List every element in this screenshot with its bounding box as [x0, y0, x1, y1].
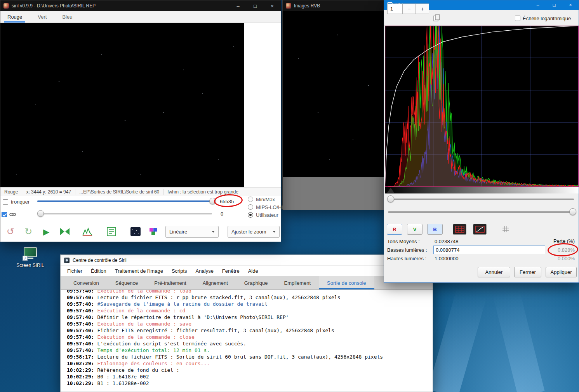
- radio-utilisateur[interactable]: Utilisateur: [248, 212, 278, 218]
- status-channel: Rouge: [0, 189, 22, 195]
- gradient-scale-bar: [385, 187, 579, 193]
- tab-sortie-console[interactable]: Sortie de console: [319, 276, 374, 289]
- starfield: [283, 11, 283, 12]
- blue-channel-button[interactable]: B: [427, 224, 443, 235]
- redo-button[interactable]: ↻: [21, 224, 35, 239]
- display-mode-select[interactable]: Linéaire: [165, 226, 219, 238]
- minimize-button[interactable]: –: [530, 0, 546, 10]
- highlights-slider[interactable]: [384, 207, 579, 217]
- green-channel-button[interactable]: V: [407, 224, 423, 235]
- image-canvas[interactable]: [0, 23, 244, 187]
- rvb-image-area[interactable]: [283, 11, 385, 177]
- radio-minmax[interactable]: Min/Max: [248, 196, 275, 202]
- tab-rouge[interactable]: Rouge: [4, 11, 25, 23]
- tab-sequence[interactable]: Séquence: [107, 276, 146, 289]
- layers-icon: [433, 14, 441, 22]
- shadows-slider[interactable]: [384, 195, 579, 204]
- radio-icon[interactable]: [248, 212, 253, 218]
- console-line: 09:57:40:Exécution de la commande : cd: [67, 307, 429, 314]
- console-line: 09:57:40:Définir le répertoire de travai…: [67, 314, 429, 321]
- undo-button[interactable]: ↺: [3, 224, 17, 239]
- menu-edition[interactable]: Édition: [87, 267, 111, 275]
- grid-display-toggle[interactable]: [502, 226, 509, 234]
- close-dialog-button[interactable]: Fermer: [514, 267, 541, 277]
- window-controls: – □ ×: [530, 0, 579, 10]
- mirror-button[interactable]: [57, 224, 73, 239]
- rgb-icon: [149, 228, 158, 235]
- fit-zoom-label: Ajuster le zoom: [231, 229, 266, 235]
- histogram-icon: [82, 227, 93, 236]
- spin-plus-button[interactable]: +: [416, 3, 429, 14]
- maximize-button[interactable]: □: [546, 0, 562, 10]
- console-line: 10:02:29:B1 : 1.61288e-002: [67, 380, 429, 387]
- high-cutoff-slider[interactable]: [37, 197, 216, 205]
- star-detection-button[interactable]: [129, 224, 143, 239]
- image-display-row: [0, 23, 281, 187]
- chain-icon: [9, 212, 16, 219]
- gradient-marker-icon[interactable]: [387, 188, 394, 193]
- log-scale-checkbox[interactable]: [515, 16, 520, 21]
- grid-view-button[interactable]: [453, 224, 466, 235]
- apply-button[interactable]: Appliquer: [546, 267, 577, 277]
- curve-icon: [475, 226, 485, 233]
- curve-display-button[interactable]: [473, 224, 487, 235]
- layer-spin-input[interactable]: 1: [387, 3, 403, 14]
- minimize-button[interactable]: –: [230, 0, 247, 11]
- stats-panel-icon: [106, 226, 116, 237]
- tab-graphique[interactable]: Graphique: [236, 276, 276, 289]
- low-cutoff-slider[interactable]: [37, 210, 212, 218]
- shadows-input[interactable]: 0.0080774: [433, 246, 545, 254]
- tab-bleu[interactable]: Bleu: [59, 11, 75, 23]
- menu-scripts[interactable]: Scripts: [167, 267, 191, 275]
- tab-conversion[interactable]: Conversion: [65, 276, 107, 289]
- tab-alignement[interactable]: Alignement: [195, 276, 236, 289]
- truncate-checkbox[interactable]: [3, 199, 8, 205]
- cancel-button[interactable]: Annuler: [478, 267, 510, 277]
- spin-minus-button[interactable]: −: [402, 3, 416, 14]
- menu-analyse[interactable]: Analyse: [191, 267, 218, 275]
- radio-icon[interactable]: [248, 204, 253, 210]
- channel-stack-button[interactable]: [433, 14, 441, 23]
- console-line: 10:02:29:Étalonnage des couleurs : en co…: [67, 360, 429, 367]
- console-output[interactable]: 09:57:40:Exécution de la commande : load…: [61, 290, 433, 392]
- shadows-input-value: 0.0080774: [436, 247, 459, 253]
- menu-fichier[interactable]: Fichier: [63, 267, 87, 275]
- siril-titlebar[interactable]: siril v0.9.9 - D:\Univers Photo\SIRIL RE…: [0, 0, 281, 11]
- tab-pretraitement[interactable]: Pré-traitement: [146, 276, 194, 289]
- shadows-slider-handle[interactable]: [387, 195, 394, 202]
- control-tabbar: Conversion Séquence Pré-traitement Align…: [61, 276, 433, 290]
- console-line: 09:57:40:Exécution de la commande : save: [67, 321, 429, 327]
- high-slider-handle[interactable]: [209, 198, 216, 204]
- rvb-titlebar[interactable]: Images RVB: [283, 0, 385, 11]
- desktop-shortcut-screen-siril[interactable]: ↗ Screen SIRIL: [15, 247, 46, 268]
- display-mode-value: Linéaire: [169, 229, 187, 235]
- radio-icon[interactable]: [248, 197, 253, 202]
- statistics-button[interactable]: [104, 224, 119, 239]
- red-channel-button[interactable]: R: [387, 224, 402, 235]
- low-cutoff-value: 0: [221, 211, 223, 217]
- low-slider-handle[interactable]: [37, 210, 44, 217]
- maximize-button[interactable]: □: [247, 0, 264, 11]
- midtones-label: Tons Moyens :: [387, 239, 420, 244]
- shortcut-arrow-icon: ↗: [23, 256, 28, 261]
- menu-aide[interactable]: Aide: [244, 267, 263, 275]
- console-line: 09:57:40:Fichier FITS enregistré : fichi…: [67, 327, 429, 334]
- highlights-slider-handle[interactable]: [569, 208, 576, 215]
- menu-fenetre[interactable]: Fenêtre: [218, 267, 244, 275]
- histogram-transform-button[interactable]: [80, 224, 95, 239]
- text-cursor: [460, 247, 460, 253]
- fit-zoom-button[interactable]: Ajuster le zoom: [228, 226, 280, 238]
- status-fwhm: fwhm : la sélection est trop grande: [163, 189, 242, 195]
- tab-empilement[interactable]: Empilement: [276, 276, 319, 289]
- tab-vert[interactable]: Vert: [35, 11, 50, 23]
- menu-traitement[interactable]: Traitement de l'image: [111, 267, 167, 275]
- console-line: 10:02:29:B0 : 1.64187e-002: [67, 373, 429, 380]
- link-channels-checkbox[interactable]: [2, 212, 7, 217]
- close-button[interactable]: ×: [562, 0, 579, 10]
- process-button[interactable]: ▶: [39, 224, 53, 239]
- radio-mips[interactable]: MIPS-LO/HI: [248, 204, 283, 210]
- control-titlebar[interactable]: Centre de contrôle de Siril: [61, 255, 433, 266]
- close-button[interactable]: ×: [264, 0, 281, 11]
- rgb-composition-button[interactable]: [146, 224, 160, 239]
- console-line: 09:57:40:#Sauvegarde de l'image à la rac…: [67, 301, 429, 307]
